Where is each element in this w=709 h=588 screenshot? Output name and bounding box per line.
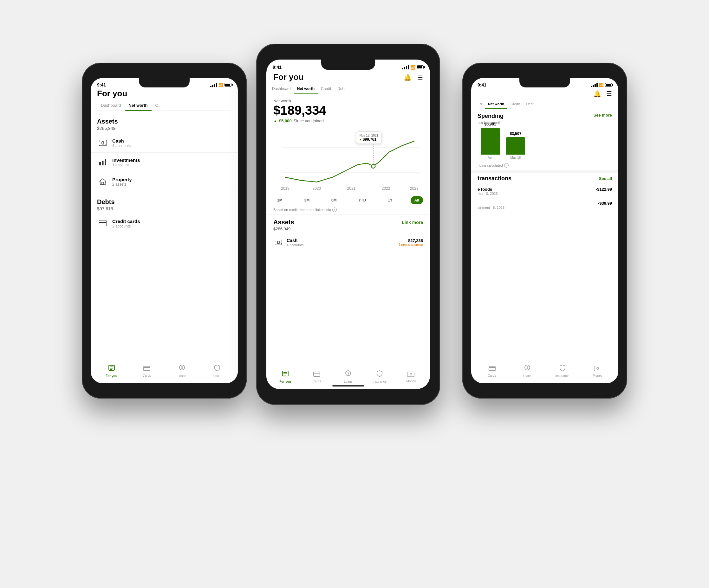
right-nav-money[interactable]: Money [580,365,615,377]
left-nav-cards[interactable]: Cards [129,365,164,377]
right-note-text: nding calculated [477,164,503,167]
cash-name: Cash [112,138,232,143]
center-signal-icon [402,65,409,69]
center-cash-info: Cash 4 accounts [287,238,399,247]
btn-1m[interactable]: 1M [273,196,286,204]
bar-may-val: $3,507 [510,132,522,136]
svg-text:$: $ [526,366,528,369]
center-cards-icon [313,370,320,379]
center-nav-money[interactable]: Money [395,370,427,383]
center-battery-icon [417,65,424,69]
right-trans-2-amount: -$39.99 [598,201,612,205]
center-assets-total: $286,949 [273,226,423,234]
signal-icon [210,83,217,87]
menu-icon[interactable]: ☰ [417,74,423,81]
right-tab-networth[interactable]: Net worth [485,100,507,109]
center-tab-credit[interactable]: Credit [318,85,334,94]
info-icon: i [332,207,337,212]
left-header: For you Dashboard Net worth C... [91,89,238,113]
cash-icon [97,137,108,148]
nw-since: ▲ $5,000 Since you joined [273,118,423,123]
btn-ytd[interactable]: YTD [354,196,370,204]
right-nav-insurance[interactable]: Insurance [545,364,580,377]
btn-6m[interactable]: 6M [327,196,341,204]
spending-header-row: Spending See more [477,113,612,119]
right-header: 🔔 ☰ [471,89,618,100]
left-tab-other[interactable]: C... [152,101,165,111]
svg-rect-8 [102,182,104,185]
svg-text:2021: 2021 [347,186,356,191]
svg-point-49 [597,367,599,369]
left-nav-foryou[interactable]: For you [94,364,129,377]
center-time-buttons: 1M 3M 6M YTD 1Y All [266,194,430,206]
center-tab-dashboard[interactable]: Dashboard [269,85,294,94]
left-tab-networth[interactable]: Net worth [125,101,152,111]
left-tab-dashboard[interactable]: Dashboard [97,101,125,111]
bar-may-rect [506,137,525,155]
right-see-more[interactable]: See more [593,113,612,117]
center-chart: Nov 12, 2021 ● $99,761 [269,128,427,192]
nw-label: Net worth [273,99,423,103]
left-phone: 9:41 📶 For you [82,63,247,398]
center-chart-note: Based on credit report and linked info i [266,206,430,215]
right-spending-section: Spending See more om last month $5,981 A… [471,109,618,163]
center-cash-right: $27,238 1 needs attention [399,238,423,247]
scene: 9:41 📶 For you [69,25,640,563]
link-more-button[interactable]: Link more [402,220,423,225]
bar-may-label: May 16 [510,156,521,159]
btn-3m[interactable]: 3M [300,196,313,204]
center-tab-networth[interactable]: Net worth [294,85,318,94]
center-nav-cards[interactable]: Cards [301,370,332,383]
svg-rect-1 [102,142,104,144]
investments-sub: 1 account [112,163,232,167]
bar-may: $3,507 May 16 [506,132,525,159]
battery-icon [225,83,232,87]
creditcards-sub: 2 accounts [112,224,232,228]
center-nav-foryou[interactable]: For you [269,370,301,383]
right-bell-icon[interactable]: 🔔 [593,90,601,97]
btn-all[interactable]: All [411,196,423,204]
bell-icon[interactable]: 🔔 [404,74,412,81]
right-spending-note: nding calculated i [471,163,618,170]
svg-text:2022: 2022 [382,186,390,191]
chart-svg: 2019 2020 2021 2022 2023 [269,128,427,192]
svg-rect-44 [489,366,495,371]
right-menu-icon[interactable]: ☰ [606,90,612,97]
svg-rect-15 [143,366,150,371]
right-notch [519,78,570,87]
center-nav-loans[interactable]: $ Loans [332,370,364,383]
investments-name: Investments [112,158,232,163]
center-page-title: For you [273,72,304,82]
center-time: 9:41 [273,65,282,70]
right-see-all[interactable]: See all [599,176,612,181]
right-trans-1-sub: ries 0, 2023 [477,192,612,195]
left-tabs: Dashboard Net worth C... [97,101,232,111]
center-money-icon [408,370,415,379]
center-header: For you 🔔 ☰ [266,71,430,85]
right-battery-icon [605,83,612,87]
right-nav-loans[interactable]: $ Loans [509,364,545,377]
right-tab-dashboard[interactable]: ...d [474,100,485,109]
tooltip-value: $99,761 [363,137,376,142]
chart-note-text: Based on credit report and linked info [273,208,331,212]
left-bottom-nav: For you Cards $ Loans [91,358,238,383]
left-nav-insure[interactable]: Insu... [200,364,235,377]
right-tab-debt[interactable]: Debt [523,100,536,109]
center-tab-debt[interactable]: Debt [334,85,348,94]
left-status-icons: 📶 [210,83,232,87]
right-trans-1-row: e foods -$122.99 [477,187,612,192]
svg-rect-48 [594,366,601,371]
svg-text:$: $ [181,366,183,369]
left-cards-icon [143,365,150,373]
btn-1y[interactable]: 1Y [384,196,396,204]
right-phone: 9:41 📶 🔔 ☰ [462,63,627,398]
center-nav-insurance[interactable]: Insurance [364,370,395,383]
right-tab-credit[interactable]: Credit [507,100,523,109]
right-nav-cards[interactable]: Cards [474,365,509,377]
svg-rect-38 [314,372,320,376]
left-assets-total: $286,949 [91,126,238,133]
right-trans-2-row: -$39.99 [477,201,612,205]
investments-info: Investments 1 account [112,158,232,167]
svg-text:2023: 2023 [410,186,419,191]
left-nav-loans[interactable]: $ Loans [164,364,200,377]
